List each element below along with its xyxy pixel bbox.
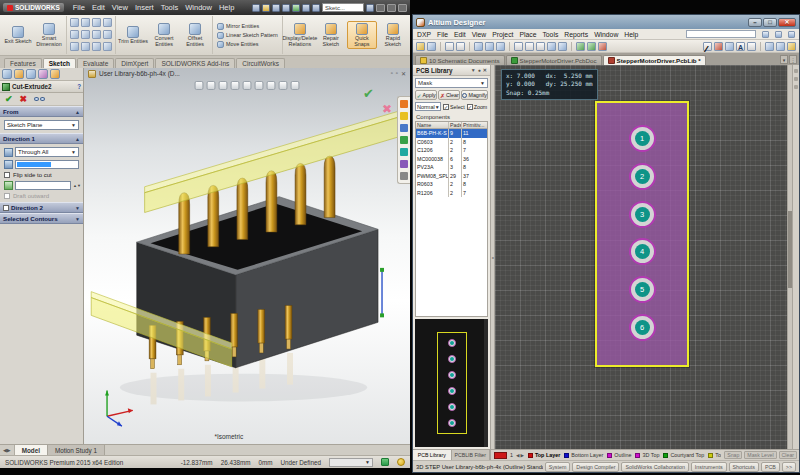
undo-icon[interactable] <box>302 4 310 12</box>
pcb-editor-view[interactable]: x: 7.000 dx: 5.250 mm y: 0.000 dy: 25.25… <box>495 65 792 449</box>
menu-item[interactable]: DXP <box>417 31 431 38</box>
file-explorer-icon[interactable] <box>400 124 408 132</box>
sketch-entity-icons[interactable] <box>69 17 113 53</box>
pad[interactable]: 3 <box>629 201 656 228</box>
ribbon-tab[interactable]: SOLIDWORKS Add-Ins <box>155 58 235 68</box>
menu-item[interactable]: File <box>73 3 85 12</box>
view-palette-icon[interactable] <box>400 136 408 144</box>
workspace-icon[interactable] <box>775 31 782 38</box>
edit-appearance-icon[interactable] <box>279 81 288 90</box>
restore-button[interactable] <box>387 4 396 12</box>
featuremanager-tree-icon[interactable] <box>2 69 12 79</box>
model-tab[interactable]: Model <box>15 445 48 455</box>
menu-item[interactable]: File <box>437 31 448 38</box>
direction2-checkbox[interactable] <box>3 205 9 211</box>
rebuild-icon[interactable] <box>292 4 300 12</box>
magnify-button[interactable]: Magnify <box>461 90 488 100</box>
direction-reference-field[interactable] <box>15 160 79 169</box>
status-panel-button[interactable]: >> <box>782 462 796 472</box>
layer-scroll-arrows[interactable]: ◀▶ <box>516 453 525 458</box>
confirm-ok-icon[interactable]: ✔ <box>363 86 374 101</box>
zoom-area-icon[interactable] <box>207 81 216 90</box>
section-view-icon[interactable] <box>231 81 240 90</box>
search-input[interactable] <box>686 30 756 38</box>
ribbon-tab[interactable]: Sketch <box>43 58 76 68</box>
panel-tab[interactable]: PCBLIB Filter <box>452 450 491 460</box>
mode-combobox[interactable]: Normal ▼ <box>415 102 441 111</box>
menu-item[interactable]: Insert <box>135 3 154 12</box>
toolbar-button[interactable]: Display/Delete Relations <box>285 22 315 48</box>
status-panel-button[interactable]: System <box>545 462 571 472</box>
design-library-icon[interactable] <box>400 112 408 120</box>
zoom-checkbox[interactable]: ✓Zoom <box>467 104 488 110</box>
place-via-icon[interactable] <box>725 42 734 51</box>
document-tab[interactable]: 10 Schematic Documents <box>415 55 505 65</box>
toolbar-button[interactable]: Quick Snaps <box>347 21 377 49</box>
open-icon[interactable] <box>416 42 425 51</box>
new-document-icon[interactable] <box>252 4 260 12</box>
minimize-button[interactable] <box>376 4 385 12</box>
toolbar-button[interactable]: Mirror Entities <box>217 23 278 30</box>
toolbar-button[interactable]: Smart Dimension <box>34 22 64 48</box>
ribbon-tab[interactable]: Evaluate <box>77 58 114 68</box>
layer-tab[interactable]: Top C... <box>708 452 721 458</box>
tab-menu-icon[interactable]: ⋮ <box>789 55 797 64</box>
close-icon[interactable]: ✕ <box>483 67 487 73</box>
checkbox-icon[interactable] <box>4 172 10 178</box>
toolbar-button[interactable]: Exit Sketch <box>3 25 33 46</box>
move-icon[interactable] <box>558 42 567 51</box>
right-panel-strip[interactable] <box>792 65 799 449</box>
paste-icon[interactable] <box>536 42 545 51</box>
status-panel-button[interactable]: Design Compiler <box>572 462 619 472</box>
maximize-button[interactable]: □ <box>763 18 777 27</box>
redo-icon[interactable] <box>587 42 596 51</box>
appearances-icon[interactable] <box>400 148 408 156</box>
view-orientation-icon[interactable] <box>243 81 252 90</box>
tab-list-icon[interactable]: ▾ <box>780 55 788 64</box>
spline-tool-icon[interactable] <box>103 18 112 27</box>
text-tool-icon[interactable] <box>92 42 101 51</box>
layer-bar-button[interactable]: Mask Level <box>744 451 776 459</box>
select-area-icon[interactable] <box>547 42 556 51</box>
print-icon[interactable] <box>282 4 290 12</box>
ribbon-tab[interactable]: CircuitWorks <box>236 58 285 68</box>
zoom-selected-icon[interactable] <box>496 42 505 51</box>
save-icon[interactable] <box>427 42 436 51</box>
clear-button[interactable]: ✗Clear <box>438 90 460 100</box>
chevron-down-icon[interactable]: ▼ <box>471 67 476 73</box>
reverse-direction-button[interactable] <box>4 148 13 157</box>
expand-icon[interactable]: ▼ <box>75 205 80 211</box>
document-tab[interactable]: StepperMotorDriver.PcbLib * <box>603 55 706 65</box>
ok-button[interactable]: ✔ <box>5 94 13 104</box>
tags-icon[interactable] <box>381 458 389 466</box>
component-row[interactable]: C1206 2 7 <box>416 146 487 155</box>
draft-button[interactable] <box>4 181 13 190</box>
status-panel-button[interactable]: SolidWorks Collaboration <box>621 462 688 472</box>
confirm-cancel-icon[interactable]: ✖ <box>382 102 392 116</box>
layer-tab[interactable]: Outline <box>607 452 631 458</box>
footprint-preview[interactable] <box>415 319 488 447</box>
component-row[interactable]: B6B-PH-K-S 9 11 <box>416 129 487 138</box>
doc-minimize-icon[interactable]: ▫ <box>391 70 393 77</box>
dimxpertmanager-icon[interactable] <box>38 69 48 79</box>
component-row[interactable]: C0603 2 8 <box>416 138 487 147</box>
layer-bar-button[interactable]: Clear <box>779 451 797 459</box>
previous-view-icon[interactable] <box>219 81 228 90</box>
toolbar-button[interactable]: Move Entities <box>217 41 278 48</box>
place-arc-icon[interactable] <box>747 42 756 51</box>
toolbar-button[interactable]: Linear Sketch Pattern <box>217 32 278 39</box>
collapse-icon[interactable]: ▲ <box>75 109 80 115</box>
model-tab[interactable]: Motion Study 1 <box>48 445 105 455</box>
section-direction2[interactable]: Direction 2 ▼ <box>0 202 83 213</box>
fillet-tool-icon[interactable] <box>103 30 112 39</box>
polygon-tool-icon[interactable] <box>81 30 90 39</box>
display-style-icon[interactable] <box>255 81 264 90</box>
point-tool-icon[interactable] <box>81 42 90 51</box>
save-icon[interactable] <box>272 4 280 12</box>
3d-model-connector[interactable] <box>84 76 410 440</box>
place-pad-icon[interactable] <box>714 42 723 51</box>
print-preview-icon[interactable] <box>456 42 465 51</box>
slot-tool-icon[interactable] <box>70 42 79 51</box>
select-checkbox[interactable]: ✓Select <box>443 104 465 110</box>
print-icon[interactable] <box>445 42 454 51</box>
